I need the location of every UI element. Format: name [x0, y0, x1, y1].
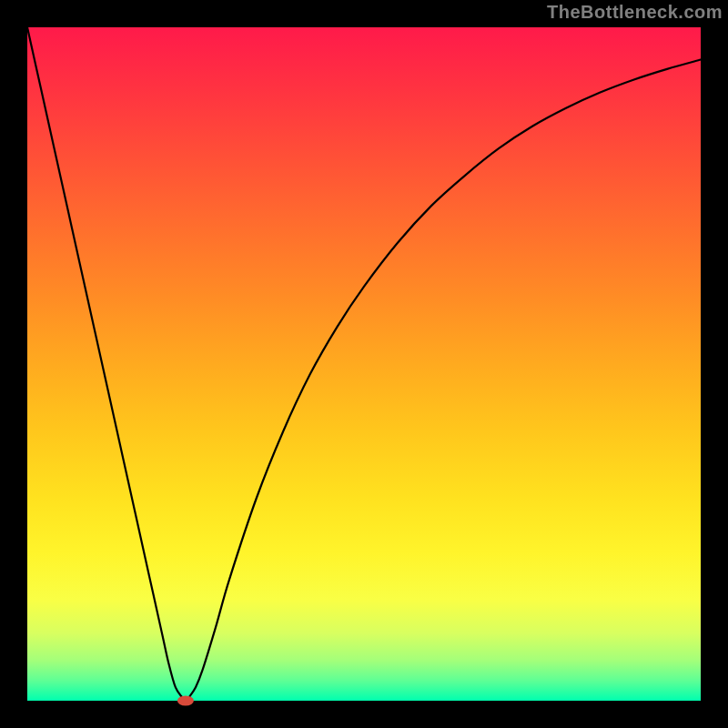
chart-canvas — [0, 0, 728, 728]
watermark: TheBottleneck.com — [547, 2, 723, 23]
chart-frame: TheBottleneck.com — [0, 0, 728, 728]
